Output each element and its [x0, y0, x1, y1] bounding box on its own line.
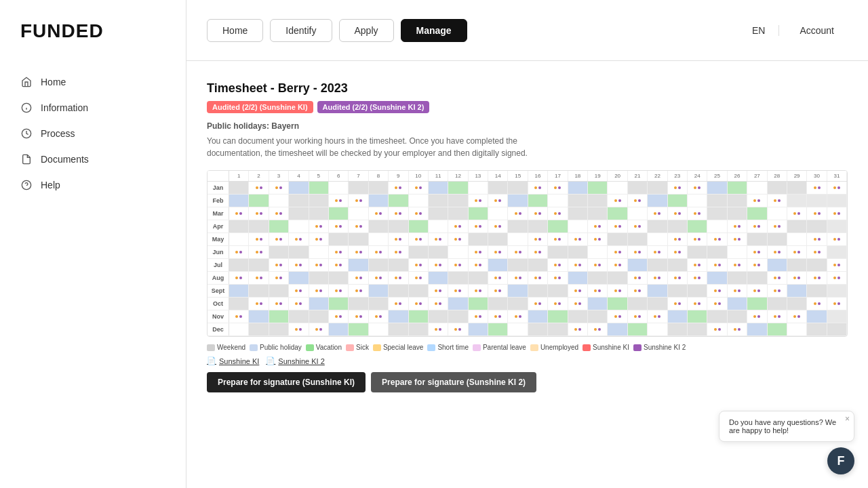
cell-aug-7[interactable]: [349, 272, 368, 284]
cell-jan-12[interactable]: [448, 182, 468, 194]
cell-feb-9[interactable]: [389, 195, 408, 207]
cell-sept-5[interactable]: [309, 285, 329, 297]
cell-dec-30[interactable]: [807, 323, 827, 336]
cell-sept-25[interactable]: [707, 285, 727, 297]
cell-nov-8[interactable]: [369, 310, 389, 323]
cell-dec-1[interactable]: [229, 323, 249, 336]
cell-aug-12[interactable]: [448, 272, 468, 284]
cell-oct-31[interactable]: [827, 298, 847, 310]
cell-jan-13[interactable]: [469, 182, 488, 194]
cell-jun-3[interactable]: [269, 246, 289, 258]
cell-jan-17[interactable]: [548, 182, 568, 194]
cell-aug-22[interactable]: [648, 272, 667, 284]
cell-oct-11[interactable]: [429, 298, 448, 310]
cell-jun-23[interactable]: [668, 246, 688, 258]
cell-dec-15[interactable]: [508, 323, 528, 336]
cell-mar-14[interactable]: [488, 207, 508, 220]
cell-feb-23[interactable]: [668, 195, 688, 207]
cell-jan-16[interactable]: [528, 182, 548, 194]
cell-mar-28[interactable]: [768, 207, 787, 220]
cell-nov-22[interactable]: [648, 310, 667, 323]
cell-jan-25[interactable]: [707, 182, 727, 194]
cell-mar-30[interactable]: [807, 207, 827, 220]
cell-may-18[interactable]: [568, 233, 588, 245]
cell-may-16[interactable]: [528, 233, 548, 245]
cell-sept-8[interactable]: [369, 285, 389, 297]
cell-apr-24[interactable]: [688, 220, 707, 232]
cell-jul-21[interactable]: [628, 259, 648, 271]
cell-aug-21[interactable]: [628, 272, 648, 284]
cell-dec-3[interactable]: [269, 323, 289, 336]
cell-nov-3[interactable]: [269, 310, 289, 323]
cell-oct-12[interactable]: [448, 298, 468, 310]
cell-oct-1[interactable]: [229, 298, 249, 310]
cell-jan-5[interactable]: [309, 182, 329, 194]
nav-apply-button[interactable]: Apply: [339, 19, 394, 42]
cell-aug-10[interactable]: [409, 272, 429, 284]
cell-jul-10[interactable]: [409, 259, 429, 271]
cell-mar-26[interactable]: [728, 207, 747, 220]
month-cells-oct[interactable]: [229, 298, 847, 310]
cell-aug-24[interactable]: [688, 272, 707, 284]
sidebar-item-home[interactable]: Home: [0, 69, 186, 95]
cell-apr-25[interactable]: [707, 220, 727, 232]
cell-oct-20[interactable]: [608, 298, 627, 310]
cell-jan-3[interactable]: [269, 182, 289, 194]
cell-mar-10[interactable]: [409, 207, 429, 220]
month-cells-aug[interactable]: [229, 272, 847, 284]
sidebar-item-process[interactable]: Process: [0, 121, 186, 146]
cell-jul-11[interactable]: [429, 259, 448, 271]
cell-may-10[interactable]: [409, 233, 429, 245]
cell-jul-17[interactable]: [548, 259, 568, 271]
cell-dec-23[interactable]: [668, 323, 688, 336]
cell-mar-4[interactable]: [289, 207, 309, 220]
cell-mar-19[interactable]: [588, 207, 608, 220]
cell-nov-14[interactable]: [488, 310, 508, 323]
cell-jan-29[interactable]: [787, 182, 807, 194]
cell-oct-26[interactable]: [728, 298, 747, 310]
cell-jun-6[interactable]: [329, 246, 349, 258]
cell-apr-3[interactable]: [269, 220, 289, 232]
cell-jul-31[interactable]: [827, 259, 847, 271]
cell-jan-18[interactable]: [568, 182, 588, 194]
cell-sept-19[interactable]: [588, 285, 608, 297]
cell-may-27[interactable]: [747, 233, 767, 245]
cell-jun-4[interactable]: [289, 246, 309, 258]
cell-sept-20[interactable]: [608, 285, 627, 297]
cell-apr-27[interactable]: [747, 220, 767, 232]
cell-apr-1[interactable]: [229, 220, 249, 232]
cell-jun-25[interactable]: [707, 246, 727, 258]
cell-aug-26[interactable]: [728, 272, 747, 284]
cell-jun-17[interactable]: [548, 246, 568, 258]
cell-sept-22[interactable]: [648, 285, 667, 297]
cell-aug-19[interactable]: [588, 272, 608, 284]
cell-sept-11[interactable]: [429, 285, 448, 297]
cell-oct-23[interactable]: [668, 298, 688, 310]
cell-aug-20[interactable]: [608, 272, 627, 284]
cell-nov-7[interactable]: [349, 310, 368, 323]
cell-jan-7[interactable]: [349, 182, 368, 194]
cell-oct-18[interactable]: [568, 298, 588, 310]
cell-jun-13[interactable]: [469, 246, 488, 258]
cell-oct-4[interactable]: [289, 298, 309, 310]
cell-jun-10[interactable]: [409, 246, 429, 258]
cell-aug-30[interactable]: [807, 272, 827, 284]
cell-mar-25[interactable]: [707, 207, 727, 220]
cell-jan-20[interactable]: [608, 182, 627, 194]
cell-oct-15[interactable]: [508, 298, 528, 310]
cell-sept-24[interactable]: [688, 285, 707, 297]
cell-jun-26[interactable]: [728, 246, 747, 258]
cell-jan-4[interactable]: [289, 182, 309, 194]
cell-sept-31[interactable]: [827, 285, 847, 297]
cell-may-9[interactable]: [389, 233, 408, 245]
cell-mar-8[interactable]: [369, 207, 389, 220]
cell-jul-1[interactable]: [229, 259, 249, 271]
cell-jun-1[interactable]: [229, 246, 249, 258]
cell-feb-24[interactable]: [688, 195, 707, 207]
cell-feb-11[interactable]: [429, 195, 448, 207]
cell-nov-12[interactable]: [448, 310, 468, 323]
cell-sept-21[interactable]: [628, 285, 648, 297]
chat-close-button[interactable]: ×: [845, 414, 850, 424]
cell-mar-27[interactable]: [747, 207, 767, 220]
cell-nov-16[interactable]: [528, 310, 548, 323]
